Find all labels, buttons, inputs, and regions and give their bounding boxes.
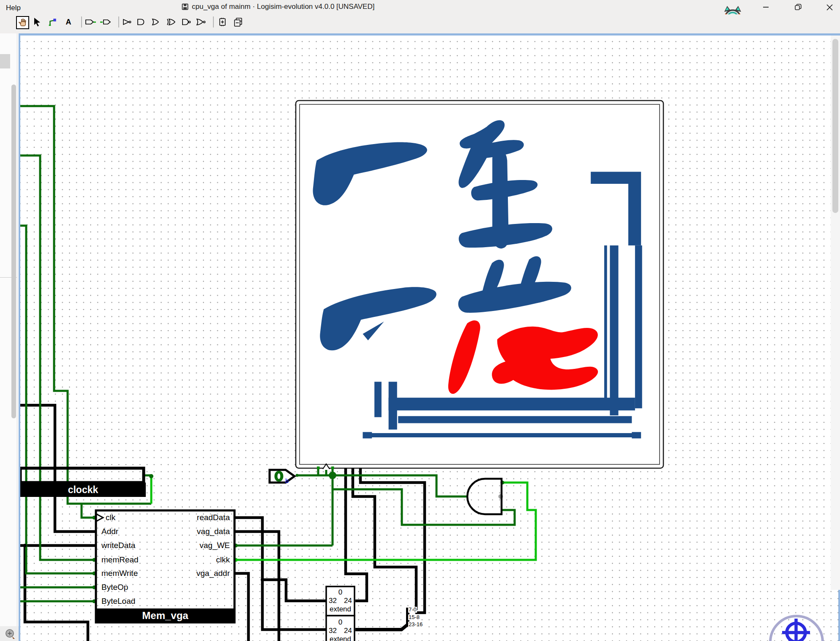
extender-value: 0 [326,618,355,626]
extender-out-width: 24 [344,597,352,605]
left-panel-sliver [0,33,19,626]
extender-name: extend [326,635,355,641]
text-tool[interactable]: A [63,16,74,28]
menu-help[interactable]: Help [3,3,23,13]
vertical-scrollbar[interactable] [831,35,840,590]
and-gate-icon [136,18,146,26]
toolbar: A [0,14,840,33]
cursor-icon [33,17,41,27]
port-label: vag_WE [141,541,230,550]
minimize-icon [763,4,769,10]
vga-display-component[interactable] [296,101,663,468]
port-label: memWrite [101,569,138,578]
extender-value: 0 [326,588,355,596]
minimize-button[interactable] [756,0,776,14]
add-circuit-tool[interactable] [217,16,229,28]
extender-in-width: 32 [329,627,337,635]
xor-gate-icon [166,18,177,26]
port-label: vag_data [141,527,230,536]
zoom-strip [0,626,19,641]
titlebar: Help cpu_vga of mainm · Logisim-evolutio… [0,0,840,14]
crosshair-icon [782,619,810,641]
panel-divider [17,33,17,626]
port-label: vga_addr [141,569,230,578]
toolbar-separator [118,16,119,27]
pin-0b-component[interactable]: b [270,470,295,484]
window-title-group: cpu_vga of mainm · Logisim-evolution v4.… [182,3,374,11]
zoom-arrow-icon [12,636,15,639]
nand-gate-icon [181,18,193,26]
port-label: ByteOp [101,583,128,592]
move-circuit-tool[interactable] [232,16,244,28]
output-pin-icon [100,18,111,26]
port-label: memRead [101,555,139,565]
save-icon [182,3,188,10]
not-gate-icon [122,18,133,26]
panel-scrollbar-thumb[interactable] [11,85,16,418]
restore-icon [795,4,802,11]
wire-icon [48,17,57,27]
zoom-control[interactable] [4,628,17,640]
add-circuit-icon [218,17,228,27]
nor-gate-icon [196,18,208,26]
port-label: ByteLoad [101,597,135,606]
text-a-icon: A [64,18,73,26]
port-label: writeData [101,541,135,550]
logisim-window: Help cpu_vga of mainm · Logisim-evolutio… [0,0,840,641]
clock-label: clockk [20,484,146,496]
vertical-scrollbar-thumb[interactable] [832,39,838,213]
or-gate-tool[interactable] [150,16,162,28]
output-pin-tool[interactable] [100,16,112,28]
restore-button[interactable] [788,0,808,14]
input-pin-icon [85,18,96,26]
input-pin-tool[interactable] [85,16,96,28]
window-title: cpu_vga of mainm · Logisim-evolution v4.… [192,3,374,11]
poke-tool[interactable] [16,16,29,29]
extender-out-width: 24 [344,627,352,635]
splitter-range-label: 15-8 [408,614,420,620]
toolbar-separator [81,16,82,27]
hand-icon [18,18,27,27]
pin-radix-label: b [285,477,289,484]
extender-in-width: 32 [329,597,337,605]
circuit-layer[interactable]: b [20,35,838,641]
xor-gate-tool[interactable] [166,16,177,28]
extender-name: extend [326,605,355,613]
or-gate-icon [151,18,161,26]
port-label: clkk [141,555,230,565]
toolbar-separator [213,16,214,27]
edit-tool[interactable] [31,16,43,28]
nor-gate-tool[interactable] [196,16,208,28]
wiring-tool[interactable] [46,16,58,28]
and-gate-tool[interactable] [135,16,147,28]
splitter-range-label: 23-16 [408,622,423,627]
svg-text:A: A [66,18,71,26]
mem-vga-label: Mem_vga [96,610,235,622]
port-label: clk [106,513,115,522]
port-label: readData [141,513,230,522]
splitter-range-label: 7-0 [408,607,417,613]
close-button[interactable] [820,0,839,14]
and-gate-component[interactable] [467,479,502,514]
nand-gate-tool[interactable] [181,16,193,28]
recenter-overlay[interactable] [758,608,835,641]
tree-item-fragment [0,54,10,68]
clk-chevron-icon [96,514,103,521]
port-label: Addr [101,527,118,536]
move-circuit-icon [233,17,243,27]
not-gate-tool[interactable] [122,16,134,28]
close-icon [826,4,833,11]
